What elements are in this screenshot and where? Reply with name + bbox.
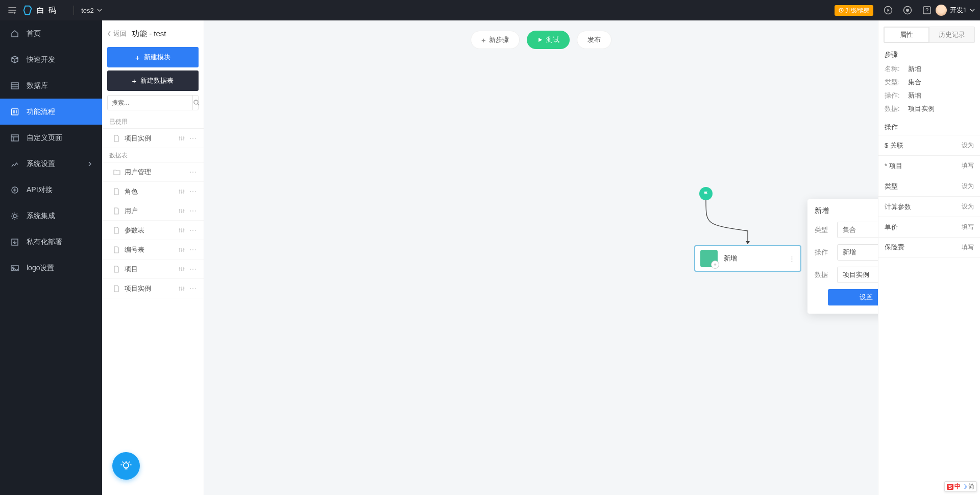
- ime-jian: 简: [968, 482, 974, 491]
- help-icon[interactable]: ?: [922, 6, 932, 15]
- topbar: 白 码 tes2 升级/续费 ? 开发1: [0, 0, 980, 20]
- nav-home[interactable]: 首页: [0, 20, 102, 46]
- upgrade-button[interactable]: 升级/续费: [835, 5, 873, 16]
- sliders-icon[interactable]: [178, 285, 185, 292]
- popup-select[interactable]: 新增: [837, 244, 878, 261]
- popup-select[interactable]: 项目实例: [837, 267, 878, 283]
- svg-point-30: [179, 267, 181, 269]
- op-item[interactable]: 保险费填写: [878, 237, 980, 257]
- more-icon[interactable]: ⋯: [189, 226, 197, 234]
- nav-deploy[interactable]: 私有化部署: [0, 229, 102, 255]
- step-node-icon: [700, 250, 718, 267]
- start-node[interactable]: [699, 187, 713, 200]
- svg-point-28: [181, 250, 183, 251]
- btn-label: 新建数据表: [140, 76, 174, 85]
- more-icon[interactable]: ⋯: [189, 134, 197, 143]
- search-input[interactable]: [108, 96, 192, 110]
- more-icon[interactable]: ⋯: [189, 285, 197, 293]
- op-label: 类型: [885, 182, 898, 191]
- svg-point-29: [183, 248, 185, 250]
- nav-api[interactable]: API对接: [0, 177, 102, 203]
- search-box: [107, 95, 199, 110]
- op-label: 计算参数: [885, 202, 911, 211]
- more-icon[interactable]: ⋯: [189, 207, 197, 215]
- sliders-icon[interactable]: [178, 188, 185, 195]
- sliders-icon[interactable]: [178, 135, 185, 142]
- search-button[interactable]: [192, 96, 200, 110]
- tabs: 属性 历史记录: [884, 27, 975, 43]
- nav-label: logo设置: [27, 264, 54, 273]
- menu-toggle-icon[interactable]: [5, 3, 19, 17]
- more-icon[interactable]: ⋯: [189, 187, 197, 196]
- op-item[interactable]: * 项目填写: [878, 155, 980, 176]
- group-tables: 数据表: [102, 148, 204, 162]
- file-icon: [113, 207, 120, 215]
- op-action: 填写: [962, 243, 974, 252]
- test-button[interactable]: 测试: [527, 31, 570, 49]
- nav-logo[interactable]: logo设置: [0, 255, 102, 281]
- op-item[interactable]: 单价填写: [878, 217, 980, 237]
- popup-settings-button[interactable]: 设置: [828, 289, 878, 305]
- svg-point-13: [13, 267, 14, 268]
- tree-item[interactable]: 角色⋯: [102, 182, 204, 201]
- step-node[interactable]: 新增 ⋮: [694, 245, 801, 272]
- layout-icon: [10, 133, 19, 143]
- tree-item[interactable]: 项目实例⋯: [102, 129, 204, 148]
- nav-quickdev[interactable]: 快速开发: [0, 46, 102, 73]
- file-icon: [113, 266, 120, 273]
- op-item[interactable]: $ 关联设为: [878, 135, 980, 155]
- sliders-icon[interactable]: [178, 207, 185, 215]
- tree-item[interactable]: 参数表⋯: [102, 221, 204, 240]
- user-menu[interactable]: 开发1: [936, 5, 975, 16]
- tree-item-label: 用户管理: [125, 168, 151, 177]
- hint-fab[interactable]: [112, 452, 140, 480]
- file-icon: [113, 246, 120, 253]
- nav-database[interactable]: 数据库: [0, 73, 102, 99]
- play-icon[interactable]: [884, 6, 893, 15]
- project-selector[interactable]: tes2: [81, 7, 102, 14]
- btn-label: 新步骤: [489, 35, 509, 44]
- nav-settings[interactable]: 系统设置: [0, 151, 102, 177]
- cloud-icon[interactable]: [903, 6, 912, 15]
- more-icon[interactable]: ⋮: [789, 255, 795, 263]
- tree-item[interactable]: 用户⋯: [102, 201, 204, 221]
- clock-icon: [839, 8, 844, 13]
- tab-attributes[interactable]: 属性: [884, 27, 929, 42]
- svg-point-24: [179, 228, 181, 230]
- new-module-button[interactable]: +新建模块: [107, 47, 199, 67]
- nav-custompage[interactable]: 自定义页面: [0, 125, 102, 151]
- sliders-icon[interactable]: [178, 227, 185, 234]
- tree-item-label: 项目实例: [125, 284, 151, 293]
- more-icon[interactable]: ⋯: [189, 265, 197, 273]
- new-step-button[interactable]: +新步骤: [471, 31, 520, 49]
- nav-label: 系统集成: [27, 211, 55, 221]
- nav-integration[interactable]: 系统集成: [0, 203, 102, 229]
- tree-item[interactable]: 项目⋯: [102, 260, 204, 279]
- popup-select[interactable]: 集合: [837, 222, 878, 238]
- ime-s: S: [947, 484, 953, 490]
- back-button[interactable]: 返回: [107, 29, 127, 38]
- more-icon[interactable]: ⋯: [189, 246, 197, 254]
- popup-row-label: 操作: [815, 248, 832, 257]
- tree-item-label: 编号表: [125, 245, 144, 254]
- canvas[interactable]: +新步骤 测试 发布 新增 ⋮ 新增 类型集合操作新增数据项目实例 设置: [204, 20, 878, 495]
- popup-row-label: 类型: [815, 225, 832, 234]
- sliders-icon[interactable]: [178, 266, 185, 273]
- op-item[interactable]: 计算参数设为: [878, 196, 980, 217]
- new-table-button[interactable]: +新建数据表: [107, 70, 199, 91]
- publish-button[interactable]: 发布: [577, 31, 611, 49]
- nav-flow[interactable]: 功能流程: [0, 99, 102, 125]
- tree-item[interactable]: 用户管理⋯: [102, 162, 204, 182]
- op-item[interactable]: 类型设为: [878, 176, 980, 196]
- more-icon[interactable]: ⋯: [189, 168, 197, 176]
- popup-select-value: 集合: [843, 225, 856, 234]
- right-panel: 属性 历史记录 步骤 名称:新增类型:集合操作:新增数据:项目实例 操作 $ 关…: [878, 20, 980, 495]
- svg-point-23: [183, 209, 185, 211]
- nav-label: 数据库: [27, 81, 48, 90]
- flow-icon: [10, 107, 19, 116]
- tree-item[interactable]: 编号表⋯: [102, 240, 204, 260]
- tree-item[interactable]: 项目实例⋯: [102, 279, 204, 298]
- sliders-icon[interactable]: [178, 246, 185, 253]
- tab-history[interactable]: 历史记录: [929, 27, 974, 42]
- section-ops: 操作: [878, 120, 980, 135]
